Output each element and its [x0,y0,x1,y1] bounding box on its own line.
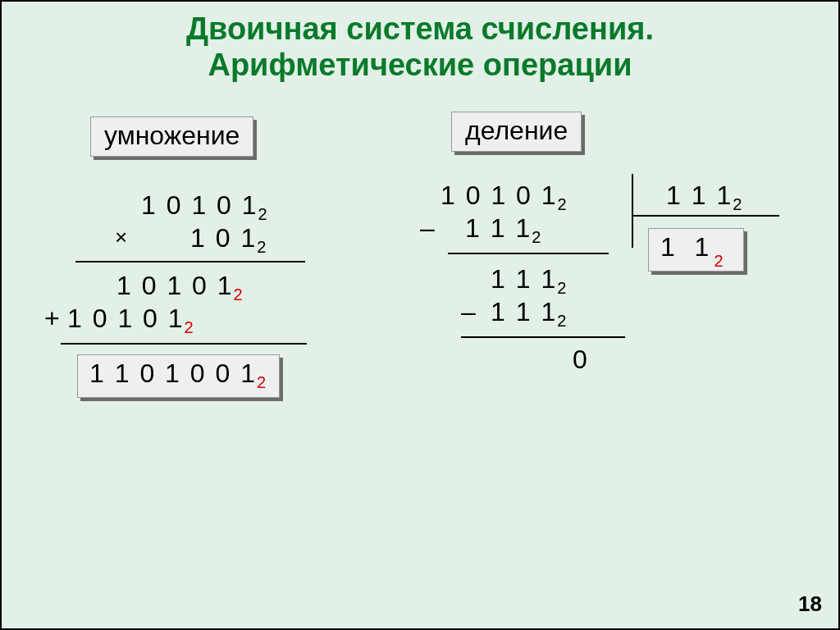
div-sub1: 1 1 12 [465,213,542,247]
title-line-2: Арифметические операции [208,48,632,82]
mult-operand1: 1 0 1 0 12 [141,190,269,224]
div-minus-2: – [461,297,477,327]
title-line-1: Двоичная система счисления. [186,11,654,46]
div-vertical-line [632,174,633,248]
div-quotient: 1 12 [648,228,744,272]
div-rem1: 1 1 12 [491,264,568,298]
div-line-1 [448,253,609,254]
mult-line-2 [61,343,307,345]
mult-line-1 [75,261,305,262]
div-dividend: 1 0 1 0 12 [441,180,568,214]
div-line-under-divisor [632,215,779,217]
slide-title: Двоичная система счисления. Арифметическ… [2,2,838,83]
div-minus-1: – [420,213,436,244]
div-sub2: 1 1 12 [491,297,568,331]
label-division: деление [451,112,582,152]
div-rem2: 0 [573,345,589,375]
div-line-2 [461,336,625,338]
page-number: 18 [798,591,822,617]
mult-times-sign: × [115,225,129,250]
div-divisor: 1 1 12 [666,180,743,214]
mult-plus-sign: + [44,304,62,334]
mult-partial1: 1 0 1 0 12 [116,271,244,304]
mult-result: 1 1 0 1 0 0 12 [77,354,280,398]
slide: Двоичная система счисления. Арифметическ… [0,0,840,630]
mult-operand2: 1 0 12 [190,223,267,257]
mult-partial2: 1 0 1 0 12 [67,304,195,337]
label-multiplication: умножение [90,116,253,157]
